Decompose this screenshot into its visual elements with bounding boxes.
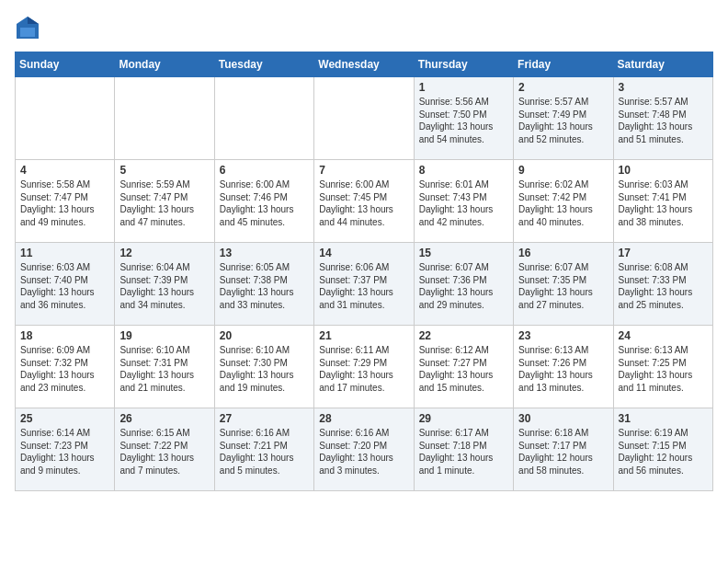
sunset-text: Sunset: 7:21 PM bbox=[220, 440, 309, 453]
sunrise-text: Sunrise: 5:57 AM bbox=[518, 96, 608, 109]
day-number: 4 bbox=[20, 164, 109, 177]
sunrise-text: Sunrise: 6:16 AM bbox=[319, 427, 408, 440]
daylight-text: Daylight: 13 hours and 11 minutes. bbox=[619, 369, 708, 394]
daylight-text: Daylight: 13 hours and 19 minutes. bbox=[220, 369, 309, 394]
sunset-text: Sunset: 7:23 PM bbox=[20, 440, 109, 453]
day-number: 17 bbox=[619, 247, 708, 259]
table-cell bbox=[115, 77, 214, 160]
sunrise-text: Sunrise: 6:03 AM bbox=[20, 261, 109, 274]
day-number: 12 bbox=[119, 247, 209, 259]
day-number: 20 bbox=[220, 329, 309, 342]
weekday-header-tuesday: Tuesday bbox=[214, 52, 313, 77]
sunset-text: Sunset: 7:42 PM bbox=[518, 191, 608, 204]
weekday-header-sunday: Sunday bbox=[16, 52, 115, 77]
table-cell: 18 Sunrise: 6:09 AM Sunset: 7:32 PM Dayl… bbox=[16, 326, 115, 408]
sunrise-text: Sunrise: 6:08 AM bbox=[619, 261, 708, 274]
sunset-text: Sunset: 7:36 PM bbox=[419, 274, 508, 287]
table-cell: 26 Sunrise: 6:15 AM Sunset: 7:22 PM Dayl… bbox=[115, 408, 214, 491]
logo bbox=[15, 15, 44, 40]
table-cell: 4 Sunrise: 5:58 AM Sunset: 7:47 PM Dayli… bbox=[16, 160, 115, 243]
weekday-header-wednesday: Wednesday bbox=[314, 52, 414, 77]
table-cell: 8 Sunrise: 6:01 AM Sunset: 7:43 PM Dayli… bbox=[414, 160, 513, 243]
sunset-text: Sunset: 7:40 PM bbox=[20, 274, 109, 287]
sunset-text: Sunset: 7:47 PM bbox=[119, 191, 209, 204]
sunrise-text: Sunrise: 6:11 AM bbox=[319, 344, 408, 357]
sunset-text: Sunset: 7:39 PM bbox=[119, 274, 209, 287]
day-number: 29 bbox=[419, 412, 508, 425]
daylight-text: Daylight: 13 hours and 25 minutes. bbox=[619, 286, 708, 311]
sunrise-text: Sunrise: 6:00 AM bbox=[319, 178, 408, 191]
day-number: 15 bbox=[419, 247, 508, 259]
svg-rect-2 bbox=[20, 28, 35, 37]
daylight-text: Daylight: 13 hours and 47 minutes. bbox=[119, 203, 209, 228]
weekday-header-thursday: Thursday bbox=[414, 52, 513, 77]
table-cell bbox=[16, 77, 115, 160]
day-number: 10 bbox=[619, 164, 708, 177]
day-number: 18 bbox=[20, 329, 109, 342]
day-number: 31 bbox=[619, 412, 708, 425]
table-cell: 17 Sunrise: 6:08 AM Sunset: 7:33 PM Dayl… bbox=[613, 243, 712, 326]
day-number: 19 bbox=[119, 329, 209, 342]
sunrise-text: Sunrise: 6:03 AM bbox=[619, 178, 708, 191]
weekday-header-monday: Monday bbox=[115, 52, 214, 77]
sunrise-text: Sunrise: 6:16 AM bbox=[220, 427, 309, 440]
calendar-table: SundayMondayTuesdayWednesdayThursdayFrid… bbox=[15, 52, 713, 491]
sunset-text: Sunset: 7:45 PM bbox=[319, 191, 408, 204]
table-cell: 2 Sunrise: 5:57 AM Sunset: 7:49 PM Dayli… bbox=[514, 77, 613, 160]
daylight-text: Daylight: 13 hours and 38 minutes. bbox=[619, 203, 708, 228]
sunset-text: Sunset: 7:29 PM bbox=[319, 357, 408, 370]
sunset-text: Sunset: 7:15 PM bbox=[619, 440, 708, 453]
logo-icon bbox=[15, 15, 40, 40]
day-number: 9 bbox=[518, 164, 608, 177]
daylight-text: Daylight: 13 hours and 29 minutes. bbox=[419, 286, 508, 311]
sunset-text: Sunset: 7:33 PM bbox=[619, 274, 708, 287]
sunrise-text: Sunrise: 6:05 AM bbox=[220, 261, 309, 274]
week-row-2: 4 Sunrise: 5:58 AM Sunset: 7:47 PM Dayli… bbox=[16, 160, 713, 243]
day-number: 27 bbox=[220, 412, 309, 425]
table-cell: 22 Sunrise: 6:12 AM Sunset: 7:27 PM Dayl… bbox=[414, 326, 513, 408]
day-number: 21 bbox=[319, 329, 408, 342]
table-cell: 25 Sunrise: 6:14 AM Sunset: 7:23 PM Dayl… bbox=[16, 408, 115, 491]
table-cell: 27 Sunrise: 6:16 AM Sunset: 7:21 PM Dayl… bbox=[214, 408, 313, 491]
daylight-text: Daylight: 13 hours and 52 minutes. bbox=[518, 121, 608, 145]
day-number: 26 bbox=[119, 412, 209, 425]
sunset-text: Sunset: 7:38 PM bbox=[220, 274, 309, 287]
svg-marker-1 bbox=[28, 17, 39, 24]
weekday-header-row: SundayMondayTuesdayWednesdayThursdayFrid… bbox=[16, 52, 713, 77]
sunrise-text: Sunrise: 5:59 AM bbox=[119, 178, 209, 191]
table-cell: 29 Sunrise: 6:17 AM Sunset: 7:18 PM Dayl… bbox=[414, 408, 513, 491]
table-cell: 11 Sunrise: 6:03 AM Sunset: 7:40 PM Dayl… bbox=[16, 243, 115, 326]
sunset-text: Sunset: 7:26 PM bbox=[518, 357, 608, 370]
daylight-text: Daylight: 13 hours and 34 minutes. bbox=[119, 286, 209, 311]
sunrise-text: Sunrise: 6:13 AM bbox=[518, 344, 608, 357]
sunrise-text: Sunrise: 6:14 AM bbox=[20, 427, 109, 440]
day-number: 30 bbox=[518, 412, 608, 425]
sunrise-text: Sunrise: 6:18 AM bbox=[518, 427, 608, 440]
table-cell: 23 Sunrise: 6:13 AM Sunset: 7:26 PM Dayl… bbox=[514, 326, 613, 408]
day-number: 5 bbox=[119, 164, 209, 177]
sunset-text: Sunset: 7:41 PM bbox=[619, 191, 708, 204]
table-cell: 3 Sunrise: 5:57 AM Sunset: 7:48 PM Dayli… bbox=[613, 77, 712, 160]
sunset-text: Sunset: 7:31 PM bbox=[119, 357, 209, 370]
sunrise-text: Sunrise: 6:07 AM bbox=[518, 261, 608, 274]
day-number: 7 bbox=[319, 164, 408, 177]
sunset-text: Sunset: 7:25 PM bbox=[619, 357, 708, 370]
day-number: 25 bbox=[20, 412, 109, 425]
day-number: 2 bbox=[518, 81, 608, 94]
daylight-text: Daylight: 13 hours and 1 minute. bbox=[419, 452, 508, 477]
day-number: 14 bbox=[319, 247, 408, 259]
day-number: 23 bbox=[518, 329, 608, 342]
sunrise-text: Sunrise: 5:56 AM bbox=[419, 96, 508, 109]
sunrise-text: Sunrise: 6:09 AM bbox=[20, 344, 109, 357]
table-cell: 21 Sunrise: 6:11 AM Sunset: 7:29 PM Dayl… bbox=[314, 326, 414, 408]
sunrise-text: Sunrise: 6:04 AM bbox=[119, 261, 209, 274]
day-number: 11 bbox=[20, 247, 109, 259]
sunrise-text: Sunrise: 6:10 AM bbox=[220, 344, 309, 357]
week-row-5: 25 Sunrise: 6:14 AM Sunset: 7:23 PM Dayl… bbox=[16, 408, 713, 491]
sunrise-text: Sunrise: 6:19 AM bbox=[619, 427, 708, 440]
table-cell: 16 Sunrise: 6:07 AM Sunset: 7:35 PM Dayl… bbox=[514, 243, 613, 326]
sunrise-text: Sunrise: 6:07 AM bbox=[419, 261, 508, 274]
daylight-text: Daylight: 13 hours and 3 minutes. bbox=[319, 452, 408, 477]
sunrise-text: Sunrise: 6:15 AM bbox=[119, 427, 209, 440]
sunrise-text: Sunrise: 6:02 AM bbox=[518, 178, 608, 191]
